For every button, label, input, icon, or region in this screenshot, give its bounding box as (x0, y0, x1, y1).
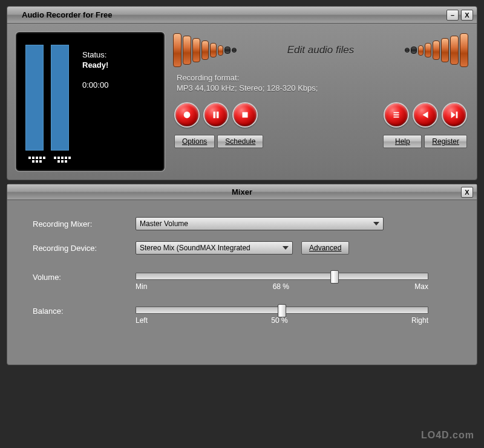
volume-max-label: Max (414, 282, 428, 291)
chevron-down-icon (283, 246, 289, 250)
recording-mixer-label: Recording Mixer: (33, 219, 136, 229)
recording-mixer-value: Master Volume (140, 219, 188, 228)
level-meter: Status: Ready! 0:00:00 (16, 32, 165, 171)
play-button[interactable] (413, 102, 438, 128)
transport-controls (173, 102, 468, 128)
stop-button[interactable] (232, 102, 258, 128)
svg-rect-3 (243, 112, 248, 118)
recording-device-value: Stereo Mix (SoundMAX Integrated (140, 244, 250, 252)
status-label: Status: (82, 50, 108, 59)
options-button[interactable]: Options (174, 135, 215, 148)
meter-bars (23, 39, 76, 164)
close-button[interactable]: X (461, 10, 473, 21)
titlebar: Audio Recorder for Free – X (7, 6, 477, 23)
svg-rect-2 (217, 112, 219, 118)
meter-bar-right (51, 45, 69, 151)
volume-min-label: Min (136, 282, 147, 291)
schedule-button[interactable]: Schedule (217, 135, 263, 148)
format-block: Recording format: MP3 44,100 kHz; Stereo… (177, 73, 468, 93)
main-panel: Status: Ready! 0:00:00 Edit audio files (7, 23, 477, 180)
advanced-button[interactable]: Advanced (301, 241, 349, 255)
balance-slider[interactable] (136, 307, 428, 314)
help-button[interactable]: Help (383, 135, 422, 148)
balance-value-label: 50 % (271, 316, 287, 325)
svg-marker-8 (451, 112, 456, 118)
recording-mixer-select[interactable]: Master Volume (136, 217, 384, 230)
status-block: Status: Ready! 0:00:00 (82, 39, 108, 164)
recording-device-select[interactable]: Stereo Mix (SoundMAX Integrated (136, 241, 293, 255)
window-title: Audio Recorder for Free (22, 10, 444, 19)
recording-device-label: Recording Device: (33, 244, 136, 253)
skip-button[interactable] (442, 102, 467, 128)
mixer-close-button[interactable]: X (461, 187, 473, 198)
balance-label: Balance: (33, 307, 136, 316)
volume-slider-thumb[interactable] (330, 270, 339, 284)
controls-section: Edit audio files Recording format: MP3 4… (173, 32, 468, 171)
mixer-panel: Mixer X Recording Mixer: Master Volume R… (7, 184, 477, 365)
record-timer: 0:00:00 (82, 80, 108, 89)
meter-bar-left (25, 45, 44, 151)
playlist-button[interactable] (384, 102, 409, 128)
mixer-header: Mixer X (7, 184, 477, 200)
edit-audio-link[interactable]: Edit audio files (287, 44, 355, 56)
volume-value-label: 68 % (273, 282, 289, 291)
mixer-title: Mixer (232, 187, 252, 196)
format-label: Recording format: (177, 73, 468, 82)
banner-row: Edit audio files (173, 32, 468, 68)
balance-right-label: Right (411, 316, 428, 325)
format-value: MP3 44,100 kHz; Stereo; 128-320 Kbps; (177, 83, 468, 93)
svg-marker-7 (423, 112, 428, 118)
chevron-down-icon (373, 222, 379, 226)
svg-rect-6 (394, 117, 399, 118)
svg-rect-1 (214, 112, 216, 118)
register-button[interactable]: Register (424, 135, 467, 148)
volume-slider[interactable] (136, 273, 428, 280)
pause-button[interactable] (203, 102, 229, 128)
horn-left-icon (173, 33, 237, 67)
volume-label: Volume: (33, 273, 136, 282)
text-buttons-row: Options Schedule Help Register (173, 135, 468, 148)
record-button[interactable] (174, 102, 200, 128)
status-value: Ready! (82, 60, 108, 70)
balance-slider-thumb[interactable] (278, 304, 286, 317)
horn-right-icon (405, 33, 468, 67)
svg-rect-5 (394, 114, 399, 115)
svg-point-0 (184, 112, 191, 118)
balance-left-label: Left (136, 316, 148, 325)
svg-rect-4 (394, 112, 399, 114)
minimize-button[interactable]: – (446, 10, 459, 21)
svg-rect-9 (456, 112, 458, 118)
